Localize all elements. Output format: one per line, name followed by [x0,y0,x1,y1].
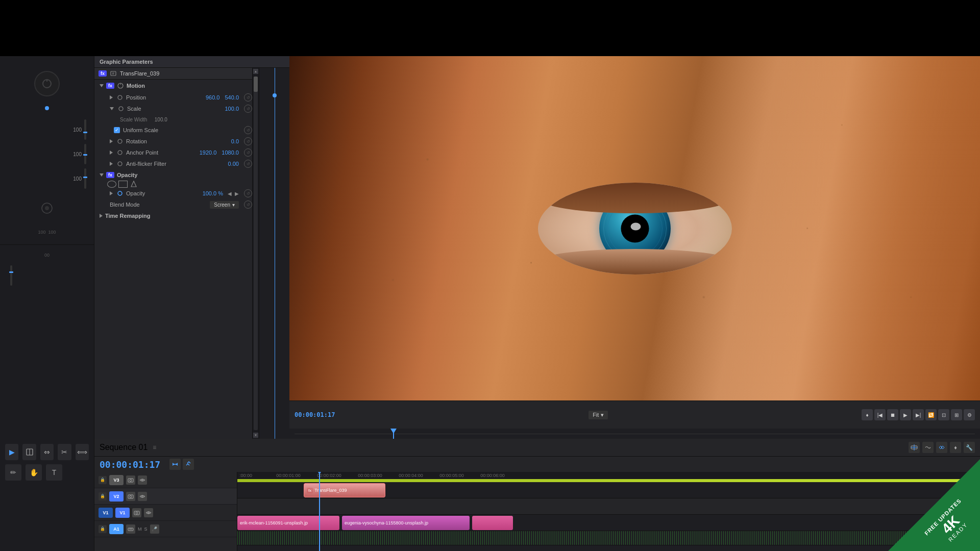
uniform-scale-reset[interactable]: ↺ [244,126,252,134]
blend-mode-value[interactable]: Screen ▾ [210,201,239,209]
position-x[interactable]: 960.0 [206,94,220,101]
video-preview [289,56,980,400]
slider-2[interactable]: 100 [71,144,86,164]
pen-tool[interactable]: ✏ [5,464,21,481]
blend-mode-label: Blend Mode [110,202,140,208]
clip-erik[interactable]: erik-mclean-1156091-unsplash.jp [237,516,339,530]
anchor-y[interactable]: 1080.0 [222,149,239,156]
fit-dropdown[interactable]: Fit ▾ [589,411,608,419]
stop-btn[interactable]: ⏹ [887,409,898,420]
anchor-row[interactable]: Anchor Point 1920.0 1080.0 ↺ [94,147,252,158]
clip-eugenia[interactable]: eugenia-vysochyna-1155800-unsplash.jp [342,516,470,530]
hand-tool[interactable]: ✋ [26,464,42,481]
track-select-tool[interactable] [22,444,36,460]
opacity-reset[interactable]: ↺ [244,189,252,197]
scale-row[interactable]: Scale 100.0 ↺ [94,103,252,114]
uniform-scale-label: Uniform Scale [123,127,158,133]
playback-controls: ♦ |◀ ⏹ ▶ ▶| 🔁 ⊡ ⊞ ⚙ [862,409,975,420]
step-fwd-frame-btn[interactable]: ▶| [913,409,924,420]
safe-margin-btn[interactable]: ⊡ [938,409,949,420]
antiflicker-row[interactable]: Anti-flicker Filter 0.00 ↺ [94,158,252,169]
scale-value[interactable]: 100.0 [225,106,239,112]
svg-point-12 [118,151,122,155]
uniform-scale-checkbox[interactable] [114,127,120,133]
tl-tool-settings[interactable]: 🔧 [964,442,975,453]
slider-2-handle[interactable] [83,154,87,156]
slider-1-bar[interactable] [84,119,86,140]
v3-lock[interactable]: 🔒 [99,476,107,484]
timeline-playhead[interactable] [319,472,320,551]
scroll-down-btn[interactable]: ▼ [253,433,258,438]
clip-extra[interactable] [472,516,513,530]
slider-1-handle[interactable] [83,132,87,133]
motion-section-header[interactable]: fx Motion [94,80,252,92]
scroll-thumb[interactable] [254,77,258,92]
opacity-value[interactable]: 100.0 % [203,190,223,196]
blend-mode-row[interactable]: Blend Mode Screen ▾ ↺ [94,199,252,210]
opacity-ellipse-icon[interactable] [107,181,116,188]
scale-reset[interactable]: ↺ [244,105,252,113]
a1-mic-icon[interactable]: 🎤 [150,524,159,534]
position-reset[interactable]: ↺ [244,93,252,102]
rotation-value[interactable]: 0.0 [231,138,239,144]
type-tool[interactable]: T [46,464,62,481]
transflare-clip[interactable]: fx TransFlare_039 [304,483,385,497]
scroll-up-btn[interactable]: ▲ [253,69,258,74]
bottom-slider-1[interactable] [10,265,84,286]
rotation-reset[interactable]: ↺ [244,137,252,145]
play-btn[interactable]: ▶ [900,409,911,420]
position-row[interactable]: Position 960.0 540.0 ↺ [94,92,252,103]
tl-tool-ripple[interactable] [922,442,934,453]
slider-3-bar[interactable] [84,168,86,189]
slip-tool[interactable]: ⟺ [76,444,89,460]
rotation-row[interactable]: Rotation 0.0 ↺ [94,136,252,147]
opacity-left-arrow[interactable]: ◀ [228,191,232,196]
opacity-section-header[interactable]: fx Opacity [94,169,252,181]
preview-timeline-ruler[interactable] [289,429,980,439]
anchor-x[interactable]: 1920.0 [200,149,217,156]
seq-linked-btn[interactable] [183,459,194,470]
uniform-scale-row[interactable]: Uniform Scale ↺ [94,124,252,136]
tl-tool-linked[interactable] [936,442,947,453]
tl-tool-markers[interactable]: ♦ [950,442,961,453]
v1-eye-icon[interactable] [144,508,153,517]
keyframe-dot[interactable] [273,93,277,97]
antiflicker-value[interactable]: 0.00 [228,161,239,167]
add-marker-btn[interactable]: ♦ [862,409,873,420]
opacity-pen-icon[interactable] [130,181,138,188]
effect-scrollbar[interactable]: ▲ ▼ [253,68,259,439]
position-y[interactable]: 540.0 [225,94,239,101]
v3-eye-icon[interactable] [138,475,147,485]
slider-3[interactable]: 100 [71,168,86,189]
time-remapping-header[interactable]: Time Remapping [94,210,252,221]
b-slider-1-bar[interactable] [10,265,12,286]
v2-lock[interactable]: 🔒 [99,492,107,500]
step-back-frame-btn[interactable]: |◀ [874,409,886,420]
anchor-reset[interactable]: ↺ [244,148,252,157]
razor-tool[interactable]: ✂ [58,444,71,460]
output-btn[interactable]: ⊞ [951,409,962,420]
settings-btn[interactable]: ⚙ [964,409,975,420]
tl-tool-add-track[interactable] [909,442,920,453]
seq-in-out-btn[interactable] [169,459,181,470]
opacity-rect-icon[interactable] [118,181,128,188]
rotation-expand [110,139,113,143]
ripple-edit-tool[interactable]: ⇔ [40,444,54,460]
v1-active-badge[interactable]: V1 [99,508,113,518]
v2-track-content [237,498,974,515]
b-slider-1-handle[interactable] [9,271,13,273]
slider-1[interactable]: 100 [71,119,86,140]
ruler-marks-row: :00:00 00:00:01:00 00:00:02:00 00:00:03:… [237,473,974,478]
sequence-menu-icon[interactable]: ≡ [153,444,156,451]
selection-tool[interactable]: ▶ [5,444,18,460]
slider-3-handle[interactable] [83,177,87,178]
blend-mode-dropdown[interactable]: Screen ▾ [210,201,239,209]
opacity-row[interactable]: Opacity 100.0 % ◀ ▶ ↺ [94,188,252,199]
blend-mode-reset[interactable]: ↺ [244,201,252,209]
slider-2-bar[interactable] [84,144,86,164]
v2-eye-icon[interactable] [138,492,147,501]
loop-btn[interactable]: 🔁 [925,409,937,420]
opacity-right-arrow[interactable]: ▶ [235,191,239,196]
a1-lock[interactable]: 🔒 [99,525,107,533]
antiflicker-reset[interactable]: ↺ [244,160,252,168]
